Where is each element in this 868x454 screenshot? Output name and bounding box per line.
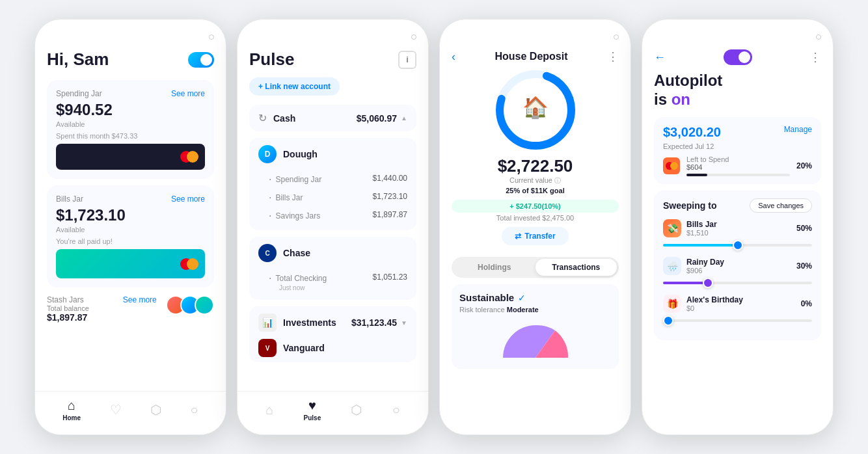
jar-icon-2: ⬡ [351,402,362,418]
cash-label: Cash [273,113,295,124]
rainy-day-sweep-pct: 30% [796,261,812,271]
sweeping-title: Sweeping to [663,200,716,211]
bills-jar-available: Available [56,226,205,234]
nav2-pulse[interactable]: ♥ Pulse [304,398,321,421]
save-changes-button[interactable]: Save changes [750,198,812,213]
total-invested: Total invested $2,475.00 [452,214,619,222]
bills-jar-see-more[interactable]: See more [171,194,205,204]
autopilot-toggle[interactable] [724,49,752,65]
alexs-birthday-knob[interactable] [663,315,673,326]
sweep-rainy-day: 🌧️ Rainy Day $906 30% [663,257,812,288]
chase-icon: C [258,244,277,262]
bills-mastercard-logo [180,258,198,270]
alexs-birthday-slider[interactable] [663,315,812,326]
mastercard-progress-icon [663,157,680,174]
stash-label: Stash Jars [47,295,84,304]
alexs-birthday-sweep-pct: 0% [801,299,812,308]
investments-expand[interactable]: ▼ [401,319,407,327]
nav2-profile[interactable]: ○ [392,403,400,418]
pulse-title: Pulse [249,49,294,70]
autopilot-title: Autopilot [654,72,821,90]
risk-label: Risk tolerance Moderate [459,306,611,314]
sweeping-section: Sweeping to Save changes 💸 Bills Jar $1,… [654,191,821,340]
refresh-icon: ↻ [258,112,267,124]
autopilot-back-arrow[interactable]: ← [654,51,666,64]
bills-jar-sweep-icon: 💸 [663,219,681,237]
bills-jar-card: Bills Jar See more $1,723.10 Available Y… [47,185,214,287]
current-value-label: Current value ⓘ [452,176,619,185]
heart-icon: ♡ [110,402,122,418]
holdings-tabs: Holdings Transactions [452,257,619,278]
bills-jar-knob[interactable] [733,240,743,250]
douugh-icon: D [258,145,277,163]
douugh-section: D Douugh Spending Jar $1,440.00 Bills Ja… [249,138,416,230]
bills-jar-sub-amount: $1,723.10 [373,192,407,204]
house-amount: $2,722.50 [452,156,619,176]
investments-row: 📊 Investments $31,123.45 ▼ [249,306,416,339]
bills-jar-sweep-amount: $1,510 [686,229,717,237]
vanguard-name: Vanguard [283,343,325,353]
info-icon[interactable]: i [398,51,416,69]
phone-2: Pulse i + Link new account ↻ Cash $5,060… [237,19,429,435]
pie-chart [459,319,611,361]
stash-see-more[interactable]: See more [123,295,157,304]
total-checking-row: Total Checking Just now $1,051.23 [249,269,416,295]
bills-jar-row: Bills Jar $1,723.10 [249,189,416,207]
bills-jar-sweep-pct: 50% [796,224,812,233]
rainy-day-knob[interactable] [703,278,713,288]
rainy-day-slider[interactable] [663,278,812,288]
investments-label: Investments [283,317,336,328]
spending-jar-sub: Spending Jar [269,174,321,185]
spending-jar-spent: Spent this month $473.33 [56,132,205,140]
status-indicator-3 [614,34,619,40]
spending-jar-sub-amount: $1,440.00 [373,174,407,185]
holdings-tab[interactable]: Holdings [454,259,536,276]
alexs-birthday-sweep-icon: 🎁 [663,295,681,313]
chase-amount: $1,051.23 [373,273,407,291]
growth-badge: + $247.50(10%) [452,200,619,213]
cash-expand[interactable]: ▲ [401,114,407,122]
nav-jars[interactable]: ⬡ [150,402,161,418]
nav2-home[interactable]: ⌂ [265,403,273,418]
nav2-jars[interactable]: ⬡ [351,402,362,418]
alexs-birthday-sweep-name: Alex's Birthday [686,295,743,304]
sustainable-name: Sustainable [459,292,514,303]
house-ring-svg: 🏠 [493,68,578,152]
more-options-icon[interactable]: ⋮ [607,49,619,64]
autopilot-more-icon[interactable]: ⋮ [809,50,821,64]
nav-home[interactable]: ⌂ Home [62,398,81,421]
verified-icon: ✓ [518,293,526,303]
investments-section: 📊 Investments $31,123.45 ▼ V Vanguard [249,306,416,362]
status-indicator-4 [816,34,821,40]
douugh-row: D Douugh [249,138,416,170]
pulse-icon: ♥ [308,398,316,413]
phone-1: Hi, Sam Spending Jar See more $940.52 Av… [34,19,226,435]
bills-jar-note: You're all paid up! [56,237,205,245]
stash-balance-label: Total balance [47,304,157,312]
investments-amount: $31,123.45 [351,317,397,328]
savings-jars-sub: Savings Jars [269,210,320,222]
spending-jar-available: Available [56,120,205,128]
link-account-button[interactable]: + Link new account [249,77,340,96]
left-to-spend-progress [686,174,707,176]
notification-toggle[interactable] [188,52,214,68]
bills-jar-label: Bills Jar [56,194,83,204]
stash-circles [166,295,214,315]
bottom-nav-2: ⌂ ♥ Pulse ⬡ ○ [237,391,428,434]
savings-jars-sub-amount: $1,897.87 [373,210,407,222]
nav-favorites[interactable]: ♡ [110,402,122,418]
vanguard-icon: V [258,339,277,357]
investments-icon: 📊 [258,314,277,332]
phone-3: ‹ House Deposit ⋮ 🏠 $2,722.50 Current va… [439,19,631,435]
pulse-header: Pulse i [249,49,416,70]
spending-jar-see-more[interactable]: See more [171,89,205,98]
transfer-button[interactable]: ⇄ Transfer [502,227,568,245]
transactions-tab[interactable]: Transactions [536,259,617,276]
svg-text:🏠: 🏠 [522,95,549,120]
nav-profile[interactable]: ○ [191,403,198,418]
bottom-nav: ⌂ Home ♡ ⬡ ○ [35,391,226,434]
manage-link[interactable]: Manage [784,125,812,134]
bills-jar-slider[interactable] [663,240,812,250]
stash-amount: $1,897.87 [47,312,157,323]
back-arrow[interactable]: ‹ [452,50,455,64]
